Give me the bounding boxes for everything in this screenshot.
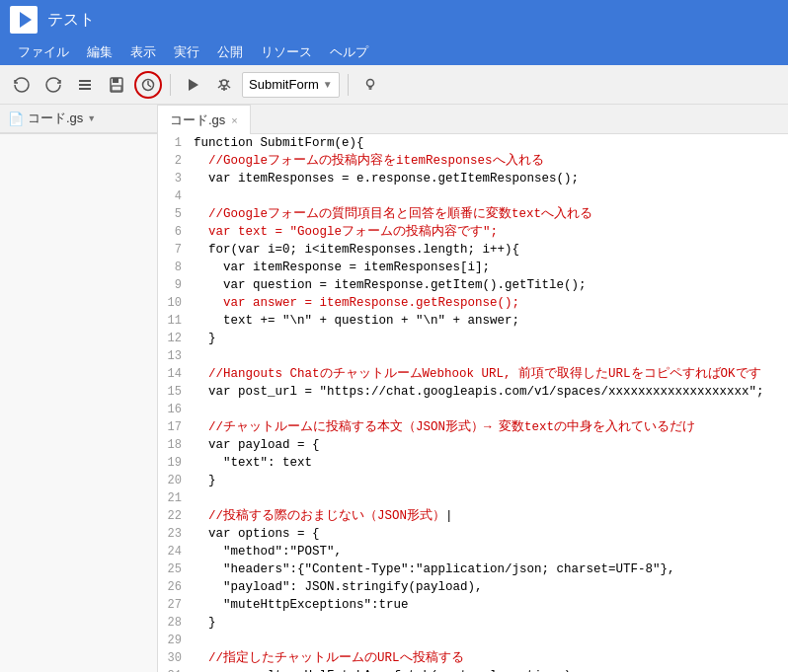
table-row: 30 //指定したチャットルームのURLへ投稿する <box>158 649 788 667</box>
table-row: 18 var payload = { <box>158 436 788 454</box>
line-code: //Googleフォームの質問項目名と回答を順番に変数textへ入れる <box>190 205 788 223</box>
line-code: var itemResponse = itemResponses[i]; <box>190 259 788 276</box>
line-number: 17 <box>158 418 190 436</box>
table-row: 11 text += "\n" + question + "\n" + answ… <box>158 312 788 330</box>
line-number: 10 <box>158 294 190 312</box>
line-number: 30 <box>158 649 190 667</box>
table-row: 4 <box>158 187 788 205</box>
line-code: "headers":{"Content-Type":"application/j… <box>190 560 788 578</box>
line-code: var post_url = "https://chat.googleapis.… <box>190 383 788 401</box>
line-number: 23 <box>158 525 190 543</box>
line-number: 19 <box>158 454 190 472</box>
table-row: 22 //投稿する際のおまじない（JSON形式）| <box>158 507 788 525</box>
line-number: 11 <box>158 312 190 330</box>
line-code: "method":"POST", <box>190 543 788 560</box>
line-number: 27 <box>158 596 190 614</box>
left-panel-header: 📄 コード.gs ▼ <box>0 105 158 133</box>
line-number: 1 <box>158 134 190 152</box>
line-code: //Googleフォームの投稿内容をitemResponsesへ入れる <box>190 152 788 170</box>
line-code: var itemResponses = e.response.getItemRe… <box>190 170 788 187</box>
menu-help[interactable]: ヘルプ <box>322 41 376 63</box>
play-button[interactable] <box>179 71 206 99</box>
redo-button[interactable] <box>39 71 67 99</box>
chevron-down-icon: ▼ <box>323 79 333 90</box>
app-icon <box>10 6 38 34</box>
table-row: 8 var itemResponse = itemResponses[i]; <box>158 259 788 276</box>
svg-point-17 <box>366 79 373 86</box>
code-tab[interactable]: コード.gs × <box>158 105 251 134</box>
table-row: 12 } <box>158 330 788 347</box>
svg-rect-1 <box>79 84 91 86</box>
code-table: 1function SubmitForm(e){2 //Googleフォームの投… <box>158 134 788 672</box>
line-code: //投稿する際のおまじない（JSON形式）| <box>190 507 788 525</box>
toolbar-sep-2 <box>348 74 349 96</box>
line-code: function SubmitForm(e){ <box>190 134 788 152</box>
line-code: var question = itemResponse.getItem().ge… <box>190 276 788 294</box>
left-panel-label: コード.gs <box>28 110 83 127</box>
line-number: 16 <box>158 401 190 418</box>
table-row: 24 "method":"POST", <box>158 543 788 560</box>
toolbar-sep-1 <box>170 74 171 96</box>
code-panel[interactable]: 1function SubmitForm(e){2 //Googleフォームの投… <box>158 134 788 672</box>
line-number: 15 <box>158 383 190 401</box>
table-row: 28 } <box>158 614 788 632</box>
line-code <box>190 187 788 205</box>
line-code: "text": text <box>190 454 788 472</box>
debug-button[interactable] <box>210 71 238 99</box>
function-selector[interactable]: SubmitForm ▼ <box>242 72 340 98</box>
lightbulb-button[interactable] <box>356 71 384 99</box>
trigger-button[interactable] <box>134 71 162 99</box>
line-code: } <box>190 472 788 489</box>
svg-marker-9 <box>189 79 198 91</box>
table-row: 5 //Googleフォームの質問項目名と回答を順番に変数textへ入れる <box>158 205 788 223</box>
table-row: 3 var itemResponses = e.response.getItem… <box>158 170 788 187</box>
table-row: 10 var answer = itemResponse.getResponse… <box>158 294 788 312</box>
table-row: 6 var text = "Googleフォームの投稿内容です"; <box>158 223 788 241</box>
line-code: var answer = itemResponse.getResponse(); <box>190 294 788 312</box>
table-row: 19 "text": text <box>158 454 788 472</box>
menu-file[interactable]: ファイル <box>10 41 77 63</box>
svg-line-15 <box>219 81 221 82</box>
menu-edit[interactable]: 編集 <box>79 41 120 63</box>
menu-resources[interactable]: リソース <box>253 41 320 63</box>
svg-rect-5 <box>112 86 121 91</box>
tab-close-button[interactable]: × <box>231 114 237 126</box>
table-row: 29 <box>158 632 788 649</box>
svg-rect-4 <box>113 78 118 83</box>
line-code <box>190 401 788 418</box>
menu-view[interactable]: 表示 <box>122 41 164 63</box>
line-number: 26 <box>158 578 190 596</box>
save-button[interactable] <box>103 71 130 99</box>
line-number: 18 <box>158 436 190 454</box>
line-code <box>190 632 788 649</box>
line-number: 24 <box>158 543 190 560</box>
svg-line-11 <box>218 85 221 88</box>
svg-line-8 <box>148 85 151 87</box>
line-code: var result = UrlFetchApp.fetch(post_url,… <box>190 667 788 672</box>
line-code: "payload": JSON.stringify(payload), <box>190 578 788 596</box>
line-code: //指定したチャットルームのURLへ投稿する <box>190 649 788 667</box>
menu-publish[interactable]: 公開 <box>209 41 251 63</box>
table-row: 31 var result = UrlFetchApp.fetch(post_u… <box>158 667 788 672</box>
table-row: 21 <box>158 489 788 507</box>
list-button[interactable] <box>71 71 99 99</box>
table-row: 25 "headers":{"Content-Type":"applicatio… <box>158 560 788 578</box>
svg-line-12 <box>227 85 230 88</box>
editor-area: 1function SubmitForm(e){2 //Googleフォームの投… <box>0 134 788 672</box>
left-panel-body <box>0 134 158 672</box>
table-row: 15 var post_url = "https://chat.googleap… <box>158 383 788 401</box>
line-number: 20 <box>158 472 190 489</box>
menu-run[interactable]: 実行 <box>166 41 207 63</box>
table-row: 20 } <box>158 472 788 489</box>
undo-button[interactable] <box>8 71 36 99</box>
line-number: 6 <box>158 223 190 241</box>
file-icon: 📄 <box>8 112 24 126</box>
line-code: var text = "Googleフォームの投稿内容です"; <box>190 223 788 241</box>
table-row: 26 "payload": JSON.stringify(payload), <box>158 578 788 596</box>
table-row: 17 //チャットルームに投稿する本文（JSON形式）→ 変数textの中身を入… <box>158 418 788 436</box>
line-number: 9 <box>158 276 190 294</box>
table-row: 2 //Googleフォームの投稿内容をitemResponsesへ入れる <box>158 152 788 170</box>
line-number: 31 <box>158 667 190 672</box>
line-number: 3 <box>158 170 190 187</box>
top-bar: テスト <box>0 0 788 39</box>
